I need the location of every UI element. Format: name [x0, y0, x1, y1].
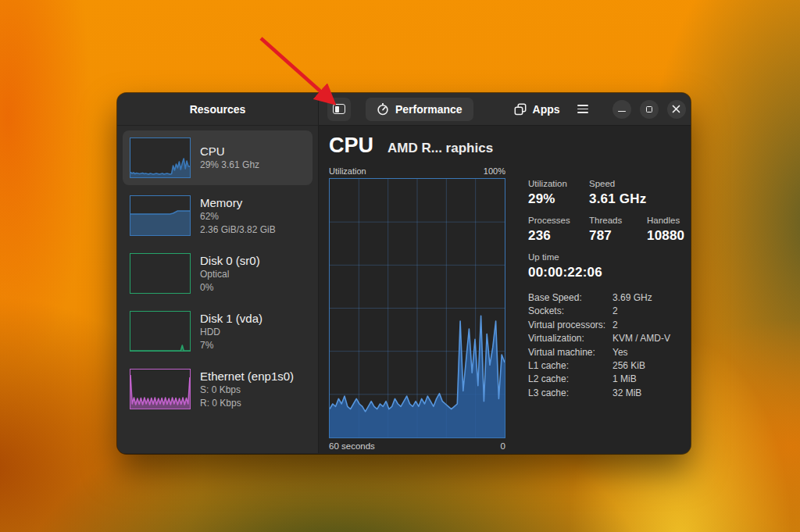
disk1-mini-graph [130, 311, 191, 352]
stat-group: Up time00:00:22:06 [528, 252, 691, 280]
detail-label: Virtualization: [528, 332, 612, 345]
detail-value: 3.69 GHz [612, 291, 652, 305]
detail-label: L2 cache: [528, 373, 612, 386]
cpu-details-list: Base Speed:3.69 GHzSockets:2Virtual proc… [528, 291, 691, 400]
primary-menu-button[interactable] [571, 98, 595, 121]
detail-label: Virtual machine: [528, 346, 612, 359]
detail-row: L3 cache:32 MiB [528, 387, 691, 400]
tab-performance[interactable]: Performance [366, 98, 473, 121]
sidebar-item-stat: 29% 3.61 Ghz [200, 159, 259, 172]
sidebar-item-text: Disk 0 (sr0)Optical0% [200, 253, 260, 294]
tab-apps-label: Apps [533, 103, 560, 116]
sidebar-item-disk0[interactable]: Disk 0 (sr0)Optical0% [123, 246, 312, 301]
detail-row: Sockets:2 [528, 305, 691, 318]
chart-xmin-label: 60 seconds [329, 441, 375, 451]
detail-value: 32 MiB [612, 387, 641, 400]
chart-xmax-label: 0 [501, 441, 505, 451]
sidebar-item-stat: Optical [200, 268, 260, 281]
detail-row: Virtual processors:2 [528, 319, 691, 332]
sidebar-item-name: Disk 1 (vda) [200, 311, 262, 326]
window-title: Resources [190, 103, 246, 116]
sidebar-item-text: CPU29% 3.61 Ghz [200, 144, 259, 172]
stat-label: Processes [528, 216, 577, 225]
chart-ylabel: Utilization [329, 166, 366, 176]
detail-value: 2 [612, 305, 618, 318]
detail-value: KVM / AMD-V [612, 332, 670, 345]
stat-value: 236 [528, 228, 577, 244]
utilization-chart [329, 178, 505, 438]
sidebar-item-name: CPU [200, 144, 259, 159]
minimize-icon [618, 111, 626, 112]
tab-performance-label: Performance [395, 103, 462, 116]
sidebar-item-stat: 62% [200, 210, 276, 223]
sidebar-item-stat: S: 0 Kbps [200, 384, 294, 397]
tab-apps[interactable]: Apps [503, 98, 571, 121]
sidebar-item-disk1[interactable]: Disk 1 (vda)HDD7% [123, 304, 312, 359]
close-button[interactable] [667, 100, 686, 119]
stat-label: Handles [647, 216, 691, 225]
cpu-model-subtitle: AMD R... raphics [388, 141, 493, 156]
sidebar-item-name: Ethernet (enp1s0) [200, 369, 294, 384]
cpu-performance-panel: CPU AMD R... raphics Utilization 100% 60… [319, 126, 691, 453]
maximize-button[interactable] [640, 100, 659, 119]
close-icon [672, 105, 680, 113]
sidebar-item-stat: 0% [200, 281, 260, 295]
sidebar-item-memory[interactable]: Memory62%2.36 GiB/3.82 GiB [123, 188, 312, 243]
sidebar-toggle-button[interactable] [327, 98, 351, 121]
stat-label: Speed [589, 179, 646, 188]
detail-value: 256 KiB [612, 359, 645, 373]
sidebar-item-name: Disk 0 (sr0) [200, 253, 260, 268]
stat-value: 29% [528, 191, 577, 207]
chart-ymax-label: 100% [484, 166, 505, 176]
sidebar: CPU29% 3.61 GhzMemory62%2.36 GiB/3.82 Gi… [117, 126, 319, 453]
detail-value: 1 MiB [612, 373, 637, 386]
cpu-mini-graph [130, 137, 191, 178]
split-panel-icon [333, 104, 345, 114]
detail-value: 2 [612, 319, 618, 332]
headerbar: Resources Performance App [117, 93, 691, 126]
detail-label: Virtual processors: [528, 319, 612, 332]
sidebar-item-stat: 2.36 GiB/3.82 GiB [200, 223, 276, 237]
stat-group: Utilization29%Speed3.61 GHz [528, 179, 691, 207]
sidebar-item-ethernet[interactable]: Ethernet (enp1s0)S: 0 KbpsR: 0 Kbps [123, 362, 312, 416]
hamburger-icon [577, 105, 588, 106]
speedometer-icon [377, 103, 389, 116]
stat-value: 3.61 GHz [589, 191, 646, 207]
detail-label: Base Speed: [528, 291, 612, 305]
sidebar-item-stat: 7% [200, 339, 262, 352]
sidebar-item-name: Memory [200, 195, 276, 210]
detail-row: L2 cache:1 MiB [528, 373, 691, 386]
stat-value: 00:00:22:06 [528, 265, 602, 280]
ethernet-mini-graph [130, 369, 191, 409]
stat-group: Processes236Threads787Handles10880 [528, 216, 691, 244]
stat-utilization: Utilization29% [528, 179, 577, 207]
stats-groups: Utilization29%Speed3.61 GHzProcesses236T… [528, 179, 691, 280]
detail-label: L1 cache: [528, 359, 612, 373]
stat-speed: Speed3.61 GHz [589, 179, 646, 207]
detail-row: L1 cache:256 KiB [528, 359, 691, 373]
stacked-windows-icon [514, 103, 527, 116]
sidebar-item-text: Disk 1 (vda)HDD7% [200, 311, 262, 352]
detail-label: Sockets: [528, 305, 612, 318]
stat-threads: Threads787 [589, 216, 634, 244]
memory-mini-graph [130, 195, 191, 236]
sidebar-item-list: CPU29% 3.61 GhzMemory62%2.36 GiB/3.82 Gi… [123, 130, 312, 416]
sidebar-item-stat: HDD [200, 326, 262, 339]
stat-label: Threads [589, 216, 634, 225]
minimize-button[interactable] [612, 100, 631, 119]
detail-label: L3 cache: [528, 387, 612, 400]
sidebar-header: Resources [117, 93, 319, 126]
sidebar-item-text: Memory62%2.36 GiB/3.82 GiB [200, 195, 276, 236]
detail-row: Base Speed:3.69 GHz [528, 291, 691, 305]
page-title: CPU [329, 134, 373, 158]
stat-up-time: Up time00:00:22:06 [528, 252, 602, 280]
stat-label: Up time [528, 252, 602, 262]
detail-value: Yes [612, 346, 628, 359]
stat-handles: Handles10880 [647, 216, 691, 244]
stat-processes: Processes236 [528, 216, 577, 244]
resources-app-window: Resources Performance App [117, 93, 691, 454]
maximize-icon [646, 106, 652, 112]
disk0-mini-graph [130, 253, 191, 294]
sidebar-item-stat: R: 0 Kbps [200, 397, 294, 410]
sidebar-item-cpu[interactable]: CPU29% 3.61 Ghz [123, 130, 312, 185]
